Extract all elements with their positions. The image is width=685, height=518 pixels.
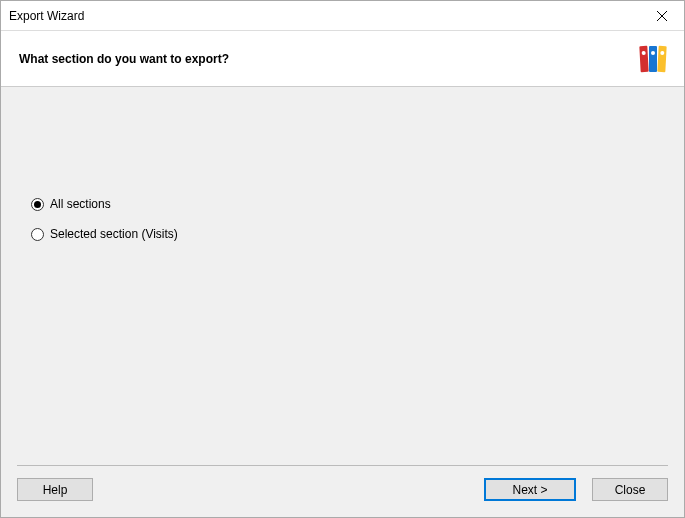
radio-all-sections[interactable]: All sections [31, 197, 654, 211]
titlebar: Export Wizard [1, 1, 684, 31]
section-radio-group: All sections Selected section (Visits) [31, 197, 654, 241]
radio-selected-section[interactable]: Selected section (Visits) [31, 227, 654, 241]
radio-label-all: All sections [50, 197, 111, 211]
wizard-header: What section do you want to export? [1, 31, 684, 87]
radio-indicator [31, 198, 44, 211]
export-wizard-window: Export Wizard What section do you want t… [0, 0, 685, 518]
close-window-button[interactable] [639, 1, 684, 31]
wizard-content: All sections Selected section (Visits) [1, 87, 684, 453]
radio-indicator [31, 228, 44, 241]
binders-icon [640, 46, 666, 72]
wizard-footer: Help Next > Close [1, 453, 684, 517]
wizard-question: What section do you want to export? [19, 52, 229, 66]
footer-right-buttons: Next > Close [484, 478, 668, 501]
close-icon [657, 11, 667, 21]
next-button[interactable]: Next > [484, 478, 576, 501]
radio-label-selected: Selected section (Visits) [50, 227, 178, 241]
footer-separator [17, 465, 668, 466]
window-title: Export Wizard [9, 9, 84, 23]
footer-buttons: Help Next > Close [17, 478, 668, 501]
close-button[interactable]: Close [592, 478, 668, 501]
help-button[interactable]: Help [17, 478, 93, 501]
